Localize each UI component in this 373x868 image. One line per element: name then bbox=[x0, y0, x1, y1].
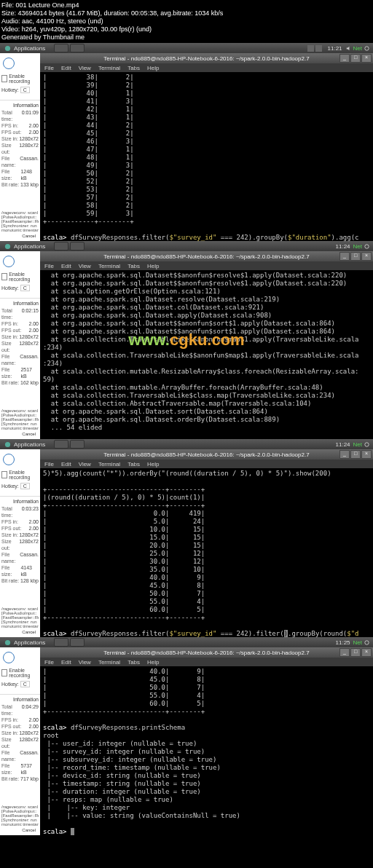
clock[interactable]: 11:21 bbox=[325, 45, 345, 52]
info-row: FPS in:2.00 bbox=[1, 320, 39, 327]
terminal-output[interactable]: | 40.0| 9| | 45.0| 8| | 50.0| 7| | 55.0|… bbox=[40, 666, 373, 835]
applications-menu[interactable]: Applications bbox=[0, 639, 50, 646]
svg-rect-2 bbox=[315, 45, 322, 52]
taskbar-window-1[interactable] bbox=[54, 44, 68, 52]
net-indicator[interactable]: Net bbox=[353, 639, 362, 646]
minimize-button[interactable]: _ bbox=[339, 252, 350, 261]
cancel-button[interactable]: Cancel bbox=[1, 826, 39, 834]
menu-help[interactable]: Help bbox=[147, 659, 159, 666]
clock[interactable]: 11:24 bbox=[333, 441, 353, 448]
menu-file[interactable]: File bbox=[44, 461, 54, 467]
xfce-icon bbox=[4, 639, 11, 646]
taskbar-window-1[interactable] bbox=[54, 440, 68, 449]
screenshot-2: www.cgku.com Applications 11:24 Net Enab… bbox=[0, 241, 373, 439]
power-icon[interactable] bbox=[364, 243, 370, 250]
menu-help[interactable]: Help bbox=[147, 263, 159, 269]
menu-edit[interactable]: Edit bbox=[61, 263, 71, 269]
svg-point-6 bbox=[5, 441, 10, 446]
net-indicator[interactable]: Net bbox=[353, 45, 362, 52]
power-icon[interactable] bbox=[364, 639, 370, 646]
close-button[interactable]: × bbox=[361, 54, 372, 63]
menu-tabs[interactable]: Tabs bbox=[127, 65, 140, 71]
window-titlebar[interactable]: Terminal - ndo885@ndo885-HP-Notebook-6-2… bbox=[40, 449, 373, 459]
info-row: Total time:0:01:09 bbox=[1, 109, 39, 122]
window-titlebar[interactable]: Terminal - ndo885@ndo885-HP-Notebook-6-2… bbox=[40, 53, 373, 63]
info-row: File size:2517 kB bbox=[1, 366, 39, 379]
hotkey-field[interactable]: C bbox=[20, 285, 30, 291]
menu-terminal[interactable]: Terminal bbox=[98, 65, 120, 71]
svg-rect-1 bbox=[307, 45, 314, 52]
terminal-output[interactable]: 5)*5).agg(count("*")).orderBy("(round((d… bbox=[40, 468, 373, 637]
window-titlebar[interactable]: Terminal - ndo885@ndo885-HP-Notebook-6-2… bbox=[40, 647, 373, 658]
menu-terminal[interactable]: Terminal bbox=[98, 461, 120, 467]
cancel-button[interactable]: Cancel bbox=[1, 430, 39, 438]
power-icon[interactable] bbox=[364, 45, 370, 52]
menu-file[interactable]: File bbox=[44, 65, 54, 71]
net-indicator[interactable]: Net bbox=[353, 441, 362, 448]
terminal-output[interactable]: | 38| 2| | 39| 2| | 40| 1| | 41| 3| | 42… bbox=[40, 72, 373, 241]
menu-file[interactable]: File bbox=[44, 659, 54, 666]
globe-icon bbox=[3, 256, 15, 267]
menu-edit[interactable]: Edit bbox=[61, 461, 71, 467]
menu-terminal[interactable]: Terminal bbox=[98, 263, 120, 269]
menu-edit[interactable]: Edit bbox=[61, 659, 71, 666]
terminal-menubar: FileEditViewTerminalTabsHelp bbox=[40, 63, 373, 72]
maximize-button[interactable]: □ bbox=[350, 648, 361, 657]
applications-menu[interactable]: Applications bbox=[0, 45, 50, 52]
hotkey-field[interactable]: C bbox=[20, 681, 30, 687]
terminal-window: Terminal - ndo885@ndo885-HP-Notebook-6-2… bbox=[40, 251, 373, 439]
menu-view[interactable]: View bbox=[79, 263, 91, 269]
hotkey-field[interactable]: C bbox=[20, 87, 30, 93]
taskbar-window-2[interactable] bbox=[70, 638, 85, 647]
cancel-button[interactable]: Cancel bbox=[1, 232, 39, 240]
close-button[interactable]: × bbox=[361, 648, 372, 657]
menu-view[interactable]: View bbox=[79, 65, 91, 71]
menu-tabs[interactable]: Tabs bbox=[127, 263, 140, 269]
menu-help[interactable]: Help bbox=[147, 461, 159, 467]
menu-help[interactable]: Help bbox=[147, 65, 159, 71]
clock[interactable]: 11:24 bbox=[333, 243, 353, 250]
maximize-button[interactable]: □ bbox=[350, 54, 361, 63]
terminal-output[interactable]: at org.apache.spark.sql.Dataset$$anonfun… bbox=[40, 270, 373, 439]
menu-view[interactable]: View bbox=[79, 659, 91, 666]
menu-tabs[interactable]: Tabs bbox=[127, 659, 140, 666]
menu-terminal[interactable]: Terminal bbox=[98, 659, 120, 666]
window-titlebar[interactable]: Terminal - ndo885@ndo885-HP-Notebook-6-2… bbox=[40, 251, 373, 261]
enable-recording-checkbox[interactable] bbox=[1, 75, 7, 82]
minimize-button[interactable]: _ bbox=[339, 648, 350, 657]
cancel-button[interactable]: Cancel bbox=[1, 628, 39, 636]
maximize-button[interactable]: □ bbox=[350, 252, 361, 261]
clock[interactable]: 11:25 bbox=[333, 639, 353, 646]
menu-view[interactable]: View bbox=[79, 461, 91, 467]
info-row: Size in:1280x72 bbox=[1, 532, 39, 538]
net-indicator[interactable]: Net bbox=[353, 243, 362, 250]
enable-recording-checkbox[interactable] bbox=[1, 471, 7, 478]
recorder-panel: Enable recording Hotkey:C InformationTot… bbox=[0, 251, 41, 439]
minimize-button[interactable]: _ bbox=[339, 54, 350, 63]
applications-menu[interactable]: Applications bbox=[0, 441, 50, 448]
hotkey-field[interactable]: C bbox=[20, 483, 30, 489]
hotkey-label: Hotkey: bbox=[1, 87, 19, 92]
applications-menu[interactable]: Applications bbox=[0, 243, 50, 250]
volume-icon[interactable] bbox=[345, 45, 352, 52]
taskbar-window-1[interactable] bbox=[54, 638, 68, 647]
close-button[interactable]: × bbox=[361, 450, 372, 459]
taskbar-window-2[interactable] bbox=[70, 440, 85, 449]
maximize-button[interactable]: □ bbox=[350, 450, 361, 459]
menu-tabs[interactable]: Tabs bbox=[127, 461, 140, 467]
taskbar-window-1[interactable] bbox=[54, 242, 68, 250]
info-row: FPS out:2.00 bbox=[1, 525, 39, 532]
enable-recording-checkbox[interactable] bbox=[1, 669, 7, 676]
taskbar-window-2[interactable] bbox=[70, 44, 85, 52]
taskbar: Applications 11:21 Net bbox=[0, 43, 373, 53]
info-row: FPS out:2.00 bbox=[1, 129, 39, 135]
info-row: File name:Cassan. bbox=[1, 155, 39, 168]
minimize-button[interactable]: _ bbox=[339, 450, 350, 459]
menu-edit[interactable]: Edit bbox=[61, 65, 71, 71]
enable-recording-checkbox[interactable] bbox=[1, 273, 7, 280]
close-button[interactable]: × bbox=[361, 252, 372, 261]
menu-file[interactable]: File bbox=[44, 263, 54, 269]
power-icon[interactable] bbox=[364, 441, 370, 448]
info-row: File size:5737 kB bbox=[1, 762, 39, 776]
taskbar-window-2[interactable] bbox=[70, 242, 85, 250]
